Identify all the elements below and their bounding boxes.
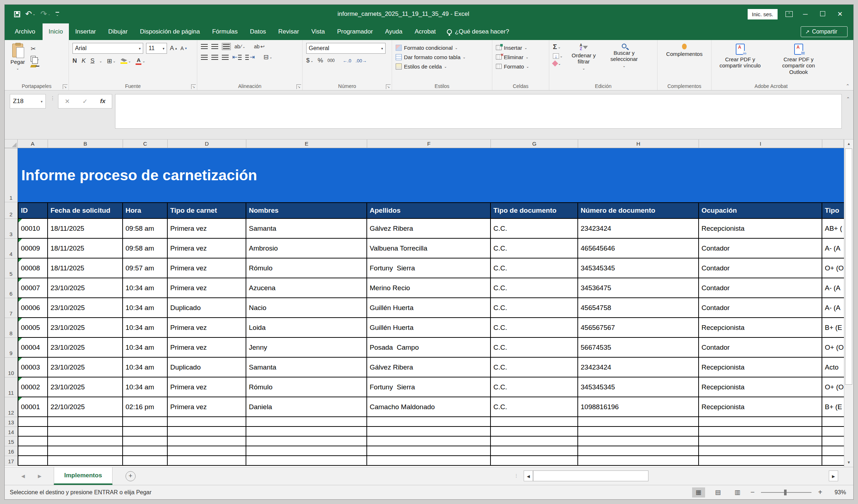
merge-center-button[interactable]: ⊟⌄ <box>264 53 273 61</box>
cell-styles-button[interactable]: Estilos de celda⌄ <box>396 62 488 71</box>
tab-insertar[interactable]: Insertar <box>69 23 102 40</box>
cell-H13[interactable] <box>578 417 699 427</box>
cell-E12[interactable]: Daniela <box>246 397 367 417</box>
cell-I10[interactable]: Recepcionista <box>699 358 822 377</box>
cell-B7[interactable]: 23/10/2025 <box>48 298 123 318</box>
dialog-launcher-icon[interactable]: ↘ <box>296 84 301 89</box>
cell-A5[interactable]: 00008 <box>18 258 48 278</box>
cell-H10[interactable]: 23423424 <box>578 358 699 377</box>
column-header-A[interactable]: A <box>18 140 48 148</box>
column-header-I[interactable]: I <box>699 140 822 148</box>
cell-J3[interactable]: AB+ ( <box>822 219 844 239</box>
cell-E10[interactable]: Samanta <box>246 358 367 377</box>
redo-button[interactable]: ↷⌄ <box>40 10 50 18</box>
column-header-H[interactable]: H <box>578 140 699 148</box>
cell-G14[interactable] <box>491 427 578 437</box>
column-header-C[interactable]: C <box>123 140 168 148</box>
cell-C16[interactable] <box>123 446 168 456</box>
row-header-5[interactable]: 5 <box>5 258 18 278</box>
clear-button[interactable]: ⌄ <box>553 61 563 66</box>
cell-H12[interactable]: 1098816196 <box>578 397 699 417</box>
decrease-indent-button[interactable]: ⇤ <box>232 53 242 61</box>
minimize-button[interactable]: ─ <box>801 10 810 18</box>
underline-button[interactable]: S <box>91 57 94 65</box>
insert-function-icon[interactable]: fx <box>100 98 105 105</box>
cell-J8[interactable]: B+ (E <box>822 318 844 338</box>
cell-B11[interactable]: 23/10/2025 <box>48 377 123 397</box>
cell-H11[interactable]: 345345345 <box>578 377 699 397</box>
cell-B5[interactable]: 18/11/2025 <box>48 258 123 278</box>
cell-G9[interactable]: C.C. <box>491 338 578 358</box>
sign-in-button[interactable]: Inic. ses. <box>748 9 778 19</box>
cell-I4[interactable]: Contador <box>699 239 822 258</box>
tab-inicio[interactable]: Inicio <box>43 23 69 40</box>
cell-I9[interactable]: Contador <box>699 338 822 358</box>
cell-I14[interactable] <box>699 427 822 437</box>
cell-I8[interactable]: Recepcionista <box>699 318 822 338</box>
formula-input[interactable] <box>115 94 842 129</box>
format-cells-button[interactable]: Formato⌄ <box>496 62 545 71</box>
wrap-text-button[interactable]: ab↩ <box>254 44 264 49</box>
cell-H14[interactable] <box>578 427 699 437</box>
tab-splitter-icon[interactable]: ⋮ <box>514 475 519 477</box>
cell-F6[interactable]: Merino Recio <box>367 278 491 298</box>
number-format-combo[interactable]: General▾ <box>306 43 386 54</box>
cell-H6[interactable]: 34536475 <box>578 278 699 298</box>
cell-C7[interactable]: 10:34 am <box>123 298 168 318</box>
cell-D2[interactable]: Tipo de carnet <box>168 202 246 219</box>
formula-bar-collapse-icon[interactable]: ⌃ <box>846 96 850 102</box>
cell-G15[interactable] <box>491 437 578 446</box>
zoom-in-button[interactable]: + <box>818 488 822 496</box>
cell-D10[interactable]: Duplicado <box>168 358 246 377</box>
cell-A9[interactable]: 00004 <box>18 338 48 358</box>
row-header-2[interactable]: 2 <box>5 202 18 219</box>
share-button[interactable]: ↗ Compartir ⌄ <box>801 26 848 37</box>
tell-me-box[interactable]: ¿Qué desea hacer? <box>447 23 509 40</box>
zoom-slider-thumb[interactable] <box>784 490 787 495</box>
cell-D11[interactable]: Primera vez <box>168 377 246 397</box>
cell-D5[interactable]: Primera vez <box>168 258 246 278</box>
cell-D3[interactable]: Primera vez <box>168 219 246 239</box>
cell-E14[interactable] <box>246 427 367 437</box>
row-header-12[interactable]: 12 <box>5 397 18 417</box>
sort-filter-button[interactable]: AZ Ordenar y filtrar ⌄ <box>566 43 602 71</box>
cell-B17[interactable] <box>48 456 123 466</box>
cell-E7[interactable]: Nacio <box>246 298 367 318</box>
currency-format-button[interactable]: $⌄ <box>306 57 313 64</box>
cell-I11[interactable]: Recepcionista <box>699 377 822 397</box>
row-header-11[interactable]: 11 <box>5 377 18 397</box>
align-bottom-button[interactable] <box>222 43 231 50</box>
cell-I2[interactable]: Ocupación <box>699 202 822 219</box>
cell-J13[interactable] <box>822 417 844 427</box>
cell-D8[interactable]: Primera vez <box>168 318 246 338</box>
cell-A7[interactable]: 00006 <box>18 298 48 318</box>
cell-B16[interactable] <box>48 446 123 456</box>
cut-button[interactable]: ✂ <box>31 45 39 53</box>
zoom-out-button[interactable]: − <box>751 488 755 496</box>
align-left-button[interactable] <box>201 55 208 60</box>
cell-F2[interactable]: Apellidos <box>367 202 491 219</box>
cell-E4[interactable]: Ambrosio <box>246 239 367 258</box>
fill-button[interactable]: ↓⌄ <box>553 53 563 59</box>
conditional-formatting-button[interactable]: Formato condicional⌄ <box>396 43 488 52</box>
horizontal-scroll-thumb[interactable] <box>533 470 648 481</box>
cell-A14[interactable] <box>18 427 48 437</box>
cell-E16[interactable] <box>246 446 367 456</box>
cell-F8[interactable]: Guillén Huerta <box>367 318 491 338</box>
create-pdf-link-button[interactable]: A∞ Crear PDF y compartir vínculo <box>715 43 765 70</box>
cell-J4[interactable]: A- (A <box>822 239 844 258</box>
sheet-tab-implementos[interactable]: Implementos <box>54 467 113 485</box>
zoom-slider[interactable] <box>761 492 811 493</box>
autosum-button[interactable]: Σ⌄ <box>553 43 563 51</box>
scroll-right-icon[interactable]: ▶ <box>829 470 838 481</box>
page-break-view-button[interactable]: ▥ <box>731 487 744 498</box>
shrink-font-button[interactable]: A▼ <box>180 45 187 51</box>
cell-C11[interactable]: 10:34 am <box>123 377 168 397</box>
name-box[interactable]: Z18▾ <box>10 94 46 109</box>
customize-qat-button[interactable]: ⌄ <box>56 12 59 17</box>
increase-indent-button[interactable]: ⇥ <box>245 53 255 61</box>
cell-A16[interactable] <box>18 446 48 456</box>
cell-E17[interactable] <box>246 456 367 466</box>
cell-H4[interactable]: 465645646 <box>578 239 699 258</box>
cell-H3[interactable]: 23423424 <box>578 219 699 239</box>
